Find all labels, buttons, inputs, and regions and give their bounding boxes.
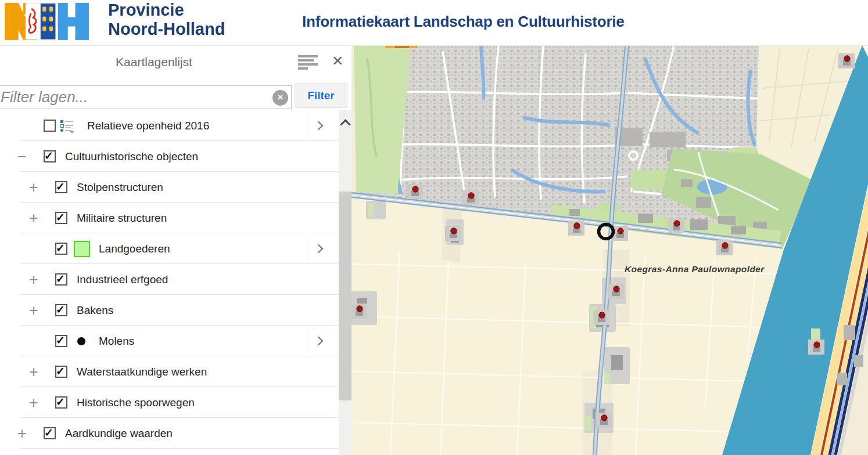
layer-checkbox[interactable] (44, 150, 56, 162)
layer-checkbox[interactable] (44, 427, 56, 439)
legend-toggle-icon[interactable] (60, 120, 76, 133)
layer-checkbox[interactable] (55, 396, 67, 409)
filter-button[interactable]: Filter (295, 83, 347, 108)
layer-row-molens: Molens (0, 326, 339, 356)
monument-marker[interactable] (407, 184, 423, 199)
monument-marker[interactable] (716, 240, 733, 255)
panel-title: Kaartlagenlijst (0, 55, 308, 69)
expand-toggle-icon[interactable]: + (29, 364, 38, 380)
layer-row-relatieve-openheid-2016: Relatieve openheid 2016 (0, 110, 339, 141)
layer-label: Landgoederen (99, 233, 170, 264)
row-divider (307, 114, 307, 137)
layer-row-waterstaatkundige-werken: +Waterstaatkundige werken (0, 356, 339, 387)
logo-text-line1: Provincie (108, 1, 225, 20)
layer-label: Militaire structuren (77, 203, 167, 233)
layer-options-chevron-icon[interactable] (314, 244, 324, 253)
layer-options-chevron-icon[interactable] (314, 336, 324, 345)
nh-logo (5, 3, 98, 41)
layer-checkbox[interactable] (55, 304, 67, 316)
clear-filter-icon[interactable]: × (272, 90, 288, 106)
scroll-up-arrow-icon[interactable] (340, 119, 350, 129)
layer-label: Bakens (77, 295, 113, 326)
logo-text: Provincie Noord-Holland (108, 1, 225, 39)
layer-label: Relatieve openheid 2016 (87, 110, 209, 141)
monument-marker[interactable] (608, 284, 624, 299)
map-area-label: Koegras-Anna Paulownapolder (625, 264, 765, 274)
monument-marker[interactable] (445, 226, 461, 241)
layer-row-historische-spoorwegen: +Historische spoorwegen (0, 387, 339, 418)
expand-toggle-icon[interactable]: + (29, 210, 38, 226)
layer-checkbox[interactable] (55, 243, 67, 255)
map-container: Koegras-Anna Paulownapolder (351, 45, 868, 455)
expand-toggle-icon[interactable]: + (17, 425, 27, 441)
page-title: Informatiekaart Landschap en Cultuurhist… (302, 13, 625, 31)
layer-label: Industrieel erfgoed (77, 264, 168, 295)
collapse-toggle-icon[interactable]: − (17, 149, 27, 164)
close-icon[interactable]: × (329, 49, 346, 72)
layer-label: Waterstaatkundige werken (77, 356, 207, 387)
layer-label: Molens (99, 326, 134, 356)
layer-label: Aardkundige waarden (65, 418, 173, 449)
layer-label: Cultuurhistorische objecten (65, 141, 198, 172)
monument-marker[interactable] (668, 218, 684, 233)
layer-checkbox[interactable] (55, 335, 67, 347)
monument-marker[interactable] (568, 221, 584, 236)
monument-marker[interactable] (462, 190, 479, 205)
layer-row-stolpenstructuren: +Stolpenstructuren (0, 172, 339, 203)
layer-label: Historische spoorwegen (77, 387, 195, 418)
expand-toggle-icon[interactable]: + (29, 302, 38, 318)
monument-marker[interactable] (808, 340, 824, 355)
logo-text-line2: Noord-Holland (108, 20, 225, 39)
expand-toggle-icon[interactable]: + (29, 395, 38, 410)
layer-row-landgoederen: Landgoederen (0, 233, 339, 264)
monument-marker[interactable] (351, 304, 367, 319)
layer-row-bakens: +Bakens (0, 295, 339, 326)
layer-options-chevron-icon[interactable] (314, 121, 324, 130)
scrollbar-thumb[interactable] (339, 192, 351, 400)
layer-symbol-square (74, 241, 90, 257)
layer-list-panel: Kaartlagenlijst × × Filter Relatieve ope… (0, 45, 351, 455)
monument-marker[interactable] (596, 413, 612, 428)
layer-symbol-dot (77, 337, 85, 345)
panel-scrollbar[interactable] (339, 110, 351, 455)
layer-checkbox[interactable] (55, 273, 67, 286)
filter-input[interactable] (0, 85, 292, 109)
layer-row-militaire-structuren: +Militaire structuren (0, 203, 339, 233)
map-canvas[interactable]: Koegras-Anna Paulownapolder (351, 45, 868, 455)
expand-toggle-icon[interactable]: + (29, 272, 38, 287)
layer-checkbox[interactable] (55, 212, 67, 224)
layer-label: Stolpenstructuren (77, 172, 163, 203)
monument-marker[interactable] (838, 53, 855, 68)
layer-list-menu-icon[interactable] (298, 55, 318, 71)
layer-row-cultuurhistorische-objecten: −Cultuurhistorische objecten (0, 141, 339, 172)
monument-marker[interactable] (593, 310, 609, 325)
row-divider (307, 237, 307, 260)
layer-checkbox[interactable] (44, 120, 56, 132)
layer-checkbox[interactable] (55, 181, 67, 193)
layer-checkbox[interactable] (55, 366, 67, 378)
layer-row-industrieel-erfgoed: +Industrieel erfgoed (0, 264, 339, 295)
expand-toggle-icon[interactable]: + (29, 179, 38, 195)
app-header: Provincie Noord-Holland Informatiekaart … (0, 0, 868, 46)
layer-row-aardkundige-waarden: +Aardkundige waarden (0, 418, 339, 449)
layer-list: Relatieve openheid 2016−Cultuurhistorisc… (0, 110, 339, 455)
row-divider (307, 330, 307, 352)
